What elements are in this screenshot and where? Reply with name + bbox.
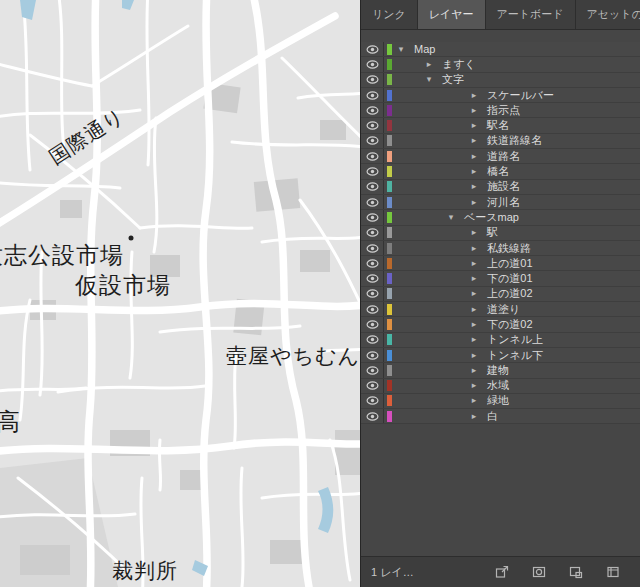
- disclosure-chevron-icon[interactable]: ▾: [423, 75, 435, 84]
- disclosure-chevron-icon[interactable]: ▸: [468, 381, 480, 390]
- disclosure-chevron-icon[interactable]: ▸: [468, 198, 480, 207]
- disclosure-chevron-icon[interactable]: ▸: [468, 412, 480, 421]
- disclosure-chevron-icon[interactable]: ▸: [468, 121, 480, 130]
- visibility-toggle[interactable]: [361, 42, 384, 56]
- panel-tab[interactable]: アセットの書き出し: [576, 0, 640, 29]
- visibility-toggle[interactable]: [361, 333, 384, 347]
- disclosure-chevron-icon[interactable]: ▸: [468, 335, 480, 344]
- disclosure-chevron-icon[interactable]: ▸: [468, 228, 480, 237]
- disclosure-chevron-icon[interactable]: ▸: [468, 136, 480, 145]
- layer-row[interactable]: ▸ トンネル上: [361, 333, 640, 348]
- eye-icon: [366, 198, 379, 207]
- clipping-mask-icon[interactable]: [531, 565, 546, 580]
- map-label-school: 高: [0, 408, 21, 435]
- layer-row[interactable]: ▸ 緑地: [361, 394, 640, 409]
- layer-row[interactable]: ▸ 道路名: [361, 149, 640, 164]
- eye-icon: [366, 412, 379, 421]
- visibility-toggle[interactable]: [361, 409, 384, 423]
- visibility-toggle[interactable]: [361, 379, 384, 393]
- visibility-toggle[interactable]: [361, 348, 384, 362]
- export-icon[interactable]: [494, 565, 509, 580]
- layer-row[interactable]: ▸ ますく: [361, 57, 640, 72]
- layer-name: 私鉄線路: [487, 243, 531, 254]
- eye-icon: [366, 366, 379, 375]
- visibility-toggle[interactable]: [361, 363, 384, 377]
- layer-row[interactable]: ▸ 河川名: [361, 195, 640, 210]
- disclosure-chevron-icon[interactable]: ▸: [468, 396, 480, 405]
- disclosure-chevron-icon[interactable]: ▸: [468, 152, 480, 161]
- visibility-toggle[interactable]: [361, 149, 384, 163]
- disclosure-chevron-icon[interactable]: ▸: [468, 91, 480, 100]
- layer-row[interactable]: ▸ 橋名: [361, 164, 640, 179]
- layer-name: 施設名: [487, 181, 520, 192]
- disclosure-chevron-icon[interactable]: ▸: [468, 259, 480, 268]
- visibility-toggle[interactable]: [361, 134, 384, 148]
- eye-icon: [366, 213, 379, 222]
- visibility-toggle[interactable]: [361, 226, 384, 240]
- disclosure-chevron-icon[interactable]: ▸: [468, 244, 480, 253]
- layer-row[interactable]: ▸ スケールバー: [361, 88, 640, 103]
- layer-color-bar: [387, 197, 392, 208]
- visibility-toggle[interactable]: [361, 302, 384, 316]
- disclosure-chevron-icon[interactable]: ▸: [468, 366, 480, 375]
- panel-tab[interactable]: アートボード: [486, 0, 576, 29]
- visibility-toggle[interactable]: [361, 317, 384, 331]
- disclosure-chevron-icon[interactable]: ▸: [468, 305, 480, 314]
- visibility-toggle[interactable]: [361, 210, 384, 224]
- disclosure-chevron-icon[interactable]: ▸: [468, 274, 480, 283]
- eye-icon: [366, 91, 379, 100]
- visibility-toggle[interactable]: [361, 118, 384, 132]
- eye-icon: [366, 305, 379, 314]
- eye-icon: [366, 320, 379, 329]
- new-layer-icon[interactable]: [605, 565, 620, 580]
- layer-row[interactable]: ▾ Map: [361, 42, 640, 57]
- layer-color-bar: [387, 365, 392, 376]
- disclosure-chevron-icon[interactable]: ▸: [468, 182, 480, 191]
- disclosure-chevron-icon[interactable]: ▸: [423, 60, 435, 69]
- layer-row[interactable]: ▸ 建物: [361, 363, 640, 378]
- panel-tab[interactable]: リンク: [361, 0, 418, 29]
- layer-name: ベースmap: [464, 212, 519, 223]
- layer-color-bar: [387, 304, 392, 315]
- layer-row[interactable]: ▸ 鉄道路線名: [361, 134, 640, 149]
- visibility-toggle[interactable]: [361, 271, 384, 285]
- visibility-toggle[interactable]: [361, 73, 384, 87]
- visibility-toggle[interactable]: [361, 195, 384, 209]
- map-canvas[interactable]: 国際通り 牧志公設市場 仮設市場 壺屋やちむん通り 高 裁判所: [0, 0, 360, 587]
- disclosure-chevron-icon[interactable]: ▸: [468, 351, 480, 360]
- visibility-toggle[interactable]: [361, 241, 384, 255]
- panel-tab[interactable]: レイヤー: [418, 0, 486, 29]
- visibility-toggle[interactable]: [361, 180, 384, 194]
- disclosure-chevron-icon[interactable]: ▸: [468, 106, 480, 115]
- disclosure-chevron-icon[interactable]: ▾: [395, 45, 407, 54]
- layer-row[interactable]: ▸ 上の道02: [361, 287, 640, 302]
- layer-color-bar: [387, 181, 392, 192]
- new-sublayer-icon[interactable]: [568, 565, 583, 580]
- layer-row[interactable]: ▾ 文字: [361, 73, 640, 88]
- disclosure-chevron-icon[interactable]: ▾: [445, 213, 457, 222]
- layer-row[interactable]: ▸ 下の道01: [361, 271, 640, 286]
- layer-row[interactable]: ▸ 道塗り: [361, 302, 640, 317]
- layer-name: 指示点: [487, 105, 520, 116]
- layer-row[interactable]: ▸ トンネル下: [361, 348, 640, 363]
- disclosure-chevron-icon[interactable]: ▸: [468, 289, 480, 298]
- visibility-toggle[interactable]: [361, 88, 384, 102]
- layer-row[interactable]: ▸ 水域: [361, 379, 640, 394]
- layer-row[interactable]: ▸ 下の道02: [361, 317, 640, 332]
- visibility-toggle[interactable]: [361, 164, 384, 178]
- layer-row[interactable]: ▸ 私鉄線路: [361, 241, 640, 256]
- visibility-toggle[interactable]: [361, 256, 384, 270]
- layer-row[interactable]: ▸ 施設名: [361, 180, 640, 195]
- disclosure-chevron-icon[interactable]: ▸: [468, 167, 480, 176]
- layer-row[interactable]: ▾ ベースmap: [361, 210, 640, 225]
- disclosure-chevron-icon[interactable]: ▸: [468, 320, 480, 329]
- layer-row[interactable]: ▸ 白: [361, 409, 640, 424]
- visibility-toggle[interactable]: [361, 287, 384, 301]
- visibility-toggle[interactable]: [361, 57, 384, 71]
- visibility-toggle[interactable]: [361, 394, 384, 408]
- layer-row[interactable]: ▸ 駅名: [361, 118, 640, 133]
- layer-row[interactable]: ▸ 駅: [361, 226, 640, 241]
- layer-row[interactable]: ▸ 上の道01: [361, 256, 640, 271]
- visibility-toggle[interactable]: [361, 103, 384, 117]
- layer-row[interactable]: ▸ 指示点: [361, 103, 640, 118]
